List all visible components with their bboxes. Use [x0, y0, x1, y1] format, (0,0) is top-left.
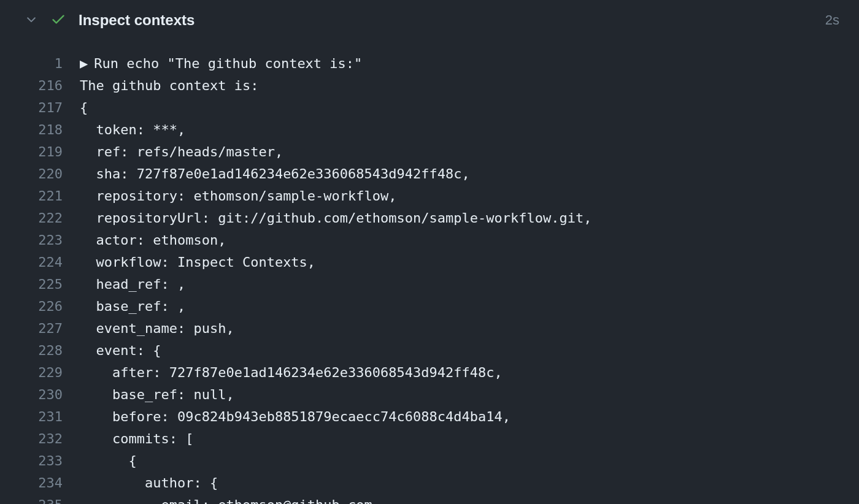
- line-content: {: [80, 450, 137, 472]
- line-number: 235: [0, 494, 80, 504]
- log-line: 228 event: {: [0, 340, 859, 362]
- log-line: 235 email: ethomson@github.com,: [0, 494, 859, 504]
- line-text: repository: ethomson/sample-workflow,: [80, 185, 397, 207]
- line-text: head_ref: ,: [80, 273, 185, 296]
- check-icon: [50, 11, 66, 29]
- log-output: 1▶Run echo "The github context is:"216Th…: [0, 40, 859, 504]
- line-content[interactable]: ▶Run echo "The github context is:": [80, 53, 362, 75]
- line-number: 219: [0, 141, 80, 163]
- line-number: 232: [0, 428, 80, 450]
- line-number: 218: [0, 119, 80, 141]
- line-content: base_ref: null,: [80, 384, 234, 406]
- line-content: actor: ethomson,: [80, 229, 226, 251]
- line-text: ref: refs/heads/master,: [80, 141, 283, 163]
- line-text: commits: [: [80, 428, 193, 450]
- line-number: 221: [0, 185, 80, 207]
- line-text: sha: 727f87e0e1ad146234e62e336068543d942…: [80, 163, 470, 185]
- line-number: 229: [0, 362, 80, 384]
- line-text: workflow: Inspect Contexts,: [80, 251, 315, 273]
- line-content: workflow: Inspect Contexts,: [80, 251, 315, 273]
- line-content: email: ethomson@github.com,: [80, 494, 380, 504]
- log-line: 218 token: ***,: [0, 119, 859, 141]
- line-number: 234: [0, 472, 80, 494]
- line-content: after: 727f87e0e1ad146234e62e336068543d9…: [80, 362, 503, 384]
- log-line: 234 author: {: [0, 472, 859, 494]
- line-number: 226: [0, 296, 80, 318]
- line-number: 231: [0, 406, 80, 428]
- line-number: 230: [0, 384, 80, 406]
- line-content: ref: refs/heads/master,: [80, 141, 283, 163]
- log-line: 226 base_ref: ,: [0, 296, 859, 318]
- log-line: 221 repository: ethomson/sample-workflow…: [0, 185, 859, 207]
- log-line: 217{: [0, 97, 859, 119]
- line-text: author: {: [80, 472, 218, 494]
- line-content: event_name: push,: [80, 318, 234, 340]
- line-content: repositoryUrl: git://github.com/ethomson…: [80, 207, 591, 229]
- line-number: 216: [0, 75, 80, 97]
- line-number: 228: [0, 340, 80, 362]
- log-line: 216The github context is:: [0, 75, 859, 97]
- line-number: 233: [0, 450, 80, 472]
- line-number: 227: [0, 318, 80, 340]
- line-content: token: ***,: [80, 119, 185, 141]
- expand-marker-icon[interactable]: ▶: [80, 53, 88, 75]
- line-number: 225: [0, 273, 80, 296]
- line-number: 223: [0, 229, 80, 251]
- line-text: actor: ethomson,: [80, 229, 226, 251]
- log-line: 230 base_ref: null,: [0, 384, 859, 406]
- log-line: 223 actor: ethomson,: [0, 229, 859, 251]
- chevron-down-icon[interactable]: [25, 12, 38, 28]
- line-text: {: [80, 97, 88, 119]
- step-title: Inspect contexts: [79, 12, 813, 29]
- line-content: repository: ethomson/sample-workflow,: [80, 185, 397, 207]
- line-text: base_ref: ,: [80, 296, 185, 318]
- line-text: after: 727f87e0e1ad146234e62e336068543d9…: [80, 362, 503, 384]
- line-number: 224: [0, 251, 80, 273]
- line-content: sha: 727f87e0e1ad146234e62e336068543d942…: [80, 163, 470, 185]
- line-text: repositoryUrl: git://github.com/ethomson…: [80, 207, 591, 229]
- line-text: base_ref: null,: [80, 384, 234, 406]
- step-header[interactable]: Inspect contexts 2s: [0, 0, 859, 40]
- log-line: 222 repositoryUrl: git://github.com/etho…: [0, 207, 859, 229]
- log-line: 232 commits: [: [0, 428, 859, 450]
- line-number: 1: [0, 53, 80, 75]
- log-line: 225 head_ref: ,: [0, 273, 859, 296]
- step-duration: 2s: [825, 12, 839, 28]
- log-line: 227 event_name: push,: [0, 318, 859, 340]
- log-line: 224 workflow: Inspect Contexts,: [0, 251, 859, 273]
- log-line: 220 sha: 727f87e0e1ad146234e62e336068543…: [0, 163, 859, 185]
- line-content: event: {: [80, 340, 161, 362]
- log-line: 233 {: [0, 450, 859, 472]
- line-content: commits: [: [80, 428, 193, 450]
- log-line: 231 before: 09c824b943eb8851879ecaecc74c…: [0, 406, 859, 428]
- line-text: token: ***,: [80, 119, 185, 141]
- line-text: event: {: [80, 340, 161, 362]
- log-line: 1▶Run echo "The github context is:": [0, 53, 859, 75]
- line-content: The github context is:: [80, 75, 258, 97]
- line-text: email: ethomson@github.com,: [80, 494, 380, 504]
- line-text: The github context is:: [80, 75, 258, 97]
- line-text: before: 09c824b943eb8851879ecaecc74c6088…: [80, 406, 510, 428]
- log-line: 229 after: 727f87e0e1ad146234e62e3360685…: [0, 362, 859, 384]
- line-text: Run echo "The github context is:": [94, 53, 362, 75]
- line-number: 222: [0, 207, 80, 229]
- line-number: 220: [0, 163, 80, 185]
- log-line: 219 ref: refs/heads/master,: [0, 141, 859, 163]
- line-text: {: [80, 450, 137, 472]
- line-text: event_name: push,: [80, 318, 234, 340]
- line-content: head_ref: ,: [80, 273, 185, 296]
- line-content: author: {: [80, 472, 218, 494]
- line-content: before: 09c824b943eb8851879ecaecc74c6088…: [80, 406, 510, 428]
- line-number: 217: [0, 97, 80, 119]
- line-content: base_ref: ,: [80, 296, 185, 318]
- line-content: {: [80, 97, 88, 119]
